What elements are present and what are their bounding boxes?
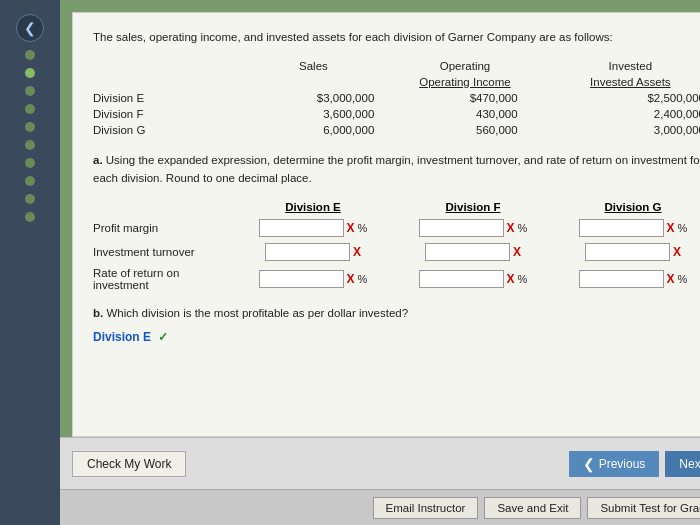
sales-header: Sales [299, 60, 328, 72]
bottom-right-nav: ❮ Previous Next ❯ [569, 451, 700, 477]
inv-turnover-div-e: X [233, 243, 393, 261]
check-work-button[interactable]: Check My Work [72, 451, 186, 477]
profit-margin-e-input[interactable] [259, 219, 344, 237]
part-a-text: a. Using the expanded expression, determ… [93, 152, 700, 187]
ror-div-g: X % [553, 270, 700, 288]
profit-margin-g-pct: % [678, 222, 688, 234]
inv-turnover-div-g: X [553, 243, 700, 261]
inv-turnover-e-x: X [353, 245, 361, 259]
part-b-text: b. Which division is the most profitable… [93, 305, 700, 322]
prev-arrow-icon: ❮ [583, 456, 595, 472]
profit-margin-g-input[interactable] [579, 219, 664, 237]
ror-e-x: X [347, 272, 355, 286]
footer-bar: Email Instructor Save and Exit Submit Te… [60, 489, 700, 525]
ror-g-x: X [667, 272, 675, 286]
sidebar-dot-9[interactable] [25, 194, 35, 204]
ror-row: Rate of return on investment X % X % [93, 267, 700, 291]
sidebar-nav-left[interactable]: ❮ [16, 14, 44, 42]
part-b-answer-line: Division E ✓ [93, 330, 700, 344]
profit-margin-div-f: X % [393, 219, 553, 237]
content-panel: The sales, operating income, and investe… [72, 12, 700, 437]
sidebar-dot-8[interactable] [25, 176, 35, 186]
ror-g-input[interactable] [579, 270, 664, 288]
part-b-checkmark: ✓ [158, 331, 168, 343]
save-exit-button[interactable]: Save and Exit [484, 497, 581, 519]
profit-margin-e-x: X [347, 221, 355, 235]
inv-turnover-f-input[interactable] [425, 243, 510, 261]
ror-div-f: X % [393, 270, 553, 288]
inv-turnover-label: Investment turnover [93, 246, 233, 258]
div-f-header: Division F [393, 201, 553, 213]
inv-turnover-row: Investment turnover X X X [93, 243, 700, 261]
table-row: Division E $3,000,000 $470,000 $2,500,00… [93, 90, 700, 106]
profit-margin-row: Profit margin X % X % X % [93, 219, 700, 237]
invested-assets-label: Invested [609, 60, 652, 72]
sidebar-dot-2[interactable] [25, 68, 35, 78]
previous-button[interactable]: ❮ Previous [569, 451, 660, 477]
profit-margin-div-g: X % [553, 219, 700, 237]
ror-f-pct: % [518, 273, 528, 285]
ror-label: Rate of return on investment [93, 267, 233, 291]
sidebar-dot-7[interactable] [25, 158, 35, 168]
table-row: Division G 6,000,000 560,000 3,000,000 [93, 122, 700, 138]
sidebar-dot-1[interactable] [25, 50, 35, 60]
profit-margin-fields: X % X % X % [233, 219, 700, 237]
inv-turnover-e-input[interactable] [265, 243, 350, 261]
ror-e-input[interactable] [259, 270, 344, 288]
profit-margin-f-pct: % [518, 222, 528, 234]
assets-header: Invested Assets [590, 76, 671, 88]
intro-text: The sales, operating income, and investe… [93, 29, 700, 46]
data-table: Sales Operating Invested Operating Incom… [93, 58, 700, 138]
ror-e-pct: % [358, 273, 368, 285]
income-header: Operating Income [419, 76, 510, 88]
answer-section: Division E Division F Division G Profit … [93, 201, 700, 291]
sidebar: ❮ [0, 0, 60, 525]
profit-margin-e-pct: % [358, 222, 368, 234]
ror-fields: X % X % X % [233, 270, 700, 288]
next-button[interactable]: Next ❯ [665, 451, 700, 477]
operating-income-label: Operating [440, 60, 491, 72]
sidebar-dot-10[interactable] [25, 212, 35, 222]
div-e-header: Division E [233, 201, 393, 213]
table-row: Division F 3,600,000 430,000 2,400,000 [93, 106, 700, 122]
sidebar-dot-6[interactable] [25, 140, 35, 150]
inv-turnover-fields: X X X [233, 243, 700, 261]
inv-turnover-div-f: X [393, 243, 553, 261]
inv-turnover-g-x: X [673, 245, 681, 259]
sidebar-dot-3[interactable] [25, 86, 35, 96]
div-g-header: Division G [553, 201, 700, 213]
profit-margin-g-x: X [667, 221, 675, 235]
email-instructor-button[interactable]: Email Instructor [373, 497, 479, 519]
sidebar-dot-4[interactable] [25, 104, 35, 114]
ror-g-pct: % [678, 273, 688, 285]
right-side: The sales, operating income, and investe… [60, 0, 700, 525]
ror-f-x: X [507, 272, 515, 286]
profit-margin-label: Profit margin [93, 222, 233, 234]
sidebar-dot-5[interactable] [25, 122, 35, 132]
submit-test-button[interactable]: Submit Test for Grading [587, 497, 700, 519]
profit-margin-f-x: X [507, 221, 515, 235]
part-b-answer: Division E [93, 330, 151, 344]
ror-div-e: X % [233, 270, 393, 288]
inv-turnover-g-input[interactable] [585, 243, 670, 261]
ror-f-input[interactable] [419, 270, 504, 288]
bottom-bar: Check My Work ❮ Previous Next ❯ [60, 437, 700, 489]
answer-header-row: Division E Division F Division G [233, 201, 700, 213]
inv-turnover-f-x: X [513, 245, 521, 259]
profit-margin-f-input[interactable] [419, 219, 504, 237]
profit-margin-div-e: X % [233, 219, 393, 237]
